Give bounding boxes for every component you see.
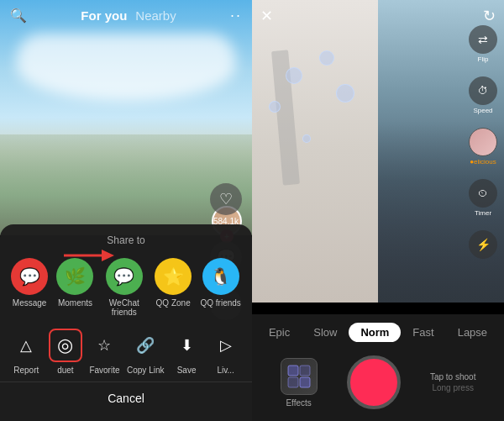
bubble-5 <box>336 84 354 103</box>
effects-label: Effects <box>286 398 311 408</box>
nearby-tab[interactable]: Nearby <box>135 8 176 23</box>
long-press-label: Long press <box>432 383 473 392</box>
svg-rect-2 <box>288 366 298 376</box>
bubble-4 <box>302 134 311 143</box>
message-label: Message <box>13 298 47 308</box>
camera-top-bar: ✕ ↻ <box>252 0 504 32</box>
close-icon[interactable]: ✕ <box>260 7 273 25</box>
favorite-action[interactable]: ☆ Favorite <box>87 329 121 375</box>
bubble-3 <box>319 50 334 66</box>
svg-rect-4 <box>288 377 298 387</box>
bubble-2 <box>269 101 281 113</box>
copy-link-label: Copy Link <box>127 366 164 375</box>
epic-tab[interactable]: Epic <box>257 323 302 342</box>
timer-label: Timer <box>475 209 491 217</box>
heart-icon: ♡ <box>210 183 242 215</box>
left-panel: 🔍 For you Nearby ·· + ♡ 584.1k 💬 ↗ Share… <box>0 0 252 421</box>
beautify-control[interactable]: ●elicious <box>469 128 497 166</box>
search-icon[interactable]: 🔍 <box>10 8 27 24</box>
speed-control[interactable]: ⏱ Speed <box>469 76 497 114</box>
share-title: Share to <box>0 234 252 246</box>
slow-tab[interactable]: Slow <box>302 323 349 342</box>
beautify-avatar <box>469 128 497 156</box>
bubble-1 <box>286 67 302 84</box>
record-row: Effects Tap to shoot Long press <box>252 350 504 421</box>
share-qq-zone[interactable]: ⭐ QQ Zone <box>155 258 192 317</box>
effects-thumbnail <box>281 358 318 395</box>
copy-link-icon: 🔗 <box>129 329 162 362</box>
like-button-area[interactable]: ♡ 584.1k <box>210 183 242 226</box>
speed-label: Speed <box>473 107 492 114</box>
camera-bottom-controls: Epic Slow Norm Fast Lapse Effects <box>252 314 504 421</box>
beautify-label: ●elicious <box>470 158 496 166</box>
copy-link-action[interactable]: 🔗 Copy Link <box>127 329 164 375</box>
camera-side-controls: ⇄ Flip ⏱ Speed ●elicious ⏲ Timer ⚡ <box>469 25 497 259</box>
timer-control[interactable]: ⏲ Timer <box>469 179 497 217</box>
cancel-row: Cancel <box>0 382 252 414</box>
qq-zone-label: QQ Zone <box>156 298 191 308</box>
duet-icon: ◎ <box>49 329 82 362</box>
for-you-tab[interactable]: For you <box>81 8 127 23</box>
flash-control[interactable]: ⚡ <box>469 230 497 259</box>
qq-friends-label: QQ friends <box>200 298 240 308</box>
speed-tabs-row: Epic Slow Norm Fast Lapse <box>252 323 504 342</box>
share-qq-friends[interactable]: 🐧 QQ friends <box>200 258 240 317</box>
live-icon: ▷ <box>209 329 243 362</box>
message-icon: 💬 <box>11 258 48 295</box>
svg-rect-3 <box>300 366 310 376</box>
report-icon: △ <box>9 329 43 362</box>
fast-tab[interactable]: Fast <box>401 323 445 342</box>
qq-zone-icon: ⭐ <box>155 258 192 295</box>
qq-friends-icon: 🐧 <box>202 258 239 295</box>
save-icon: ⬇ <box>170 329 203 362</box>
save-label: Save <box>177 366 197 375</box>
camera-left-preview <box>252 0 378 303</box>
timer-icon: ⏲ <box>469 179 497 208</box>
speed-icon: ⏱ <box>469 76 497 105</box>
moments-label: Moments <box>58 298 92 308</box>
effects-item[interactable]: Effects <box>281 358 318 408</box>
favorite-icon: ☆ <box>87 329 121 362</box>
duet-label: duet <box>57 366 73 375</box>
report-action[interactable]: △ Report <box>9 329 43 375</box>
tap-label: Tap to shoot <box>430 372 475 382</box>
cancel-button[interactable]: Cancel <box>108 392 144 405</box>
refresh-icon[interactable]: ↻ <box>483 7 496 25</box>
right-panel: ✕ ↻ ⇄ Flip ⏱ Speed ●elicious ⏲ Timer ⚡ E… <box>252 0 504 421</box>
top-navigation: 🔍 For you Nearby ·· <box>0 0 252 31</box>
record-button[interactable] <box>347 355 401 409</box>
duet-action[interactable]: ◎ duet <box>49 329 82 375</box>
flip-label: Flip <box>478 55 489 63</box>
share-apps-row: 💬 Message 🌿 Moments 💬 WeChat friends ⭐ Q… <box>0 258 252 317</box>
favorite-label: Favorite <box>89 366 119 375</box>
norm-tab[interactable]: Norm <box>349 323 401 342</box>
flash-icon: ⚡ <box>469 230 497 259</box>
share-overlay: Share to 💬 Message 🌿 Moments 💬 WeChat fr… <box>0 224 252 421</box>
lapse-tab[interactable]: Lapse <box>446 323 499 342</box>
report-label: Report <box>13 366 39 375</box>
live-action[interactable]: ▷ Liv... <box>209 329 243 375</box>
svg-rect-5 <box>300 377 310 387</box>
nav-center: For you Nearby <box>81 8 176 23</box>
live-label: Liv... <box>217 366 234 375</box>
red-arrow-indicator <box>64 243 114 271</box>
tap-shoot-info: Tap to shoot Long press <box>430 372 475 392</box>
share-message[interactable]: 💬 Message <box>11 258 48 317</box>
flip-icon: ⇄ <box>469 25 497 54</box>
save-action[interactable]: ⬇ Save <box>170 329 203 375</box>
flip-control[interactable]: ⇄ Flip <box>469 25 497 63</box>
camera-preview <box>252 0 504 303</box>
wechat-label: WeChat friends <box>102 298 146 317</box>
svg-marker-1 <box>102 250 114 261</box>
more-options-icon[interactable]: ·· <box>230 7 242 24</box>
action-icons-row: △ Report ◎ duet ☆ Favorite 🔗 Copy Link ⬇… <box>0 329 252 382</box>
